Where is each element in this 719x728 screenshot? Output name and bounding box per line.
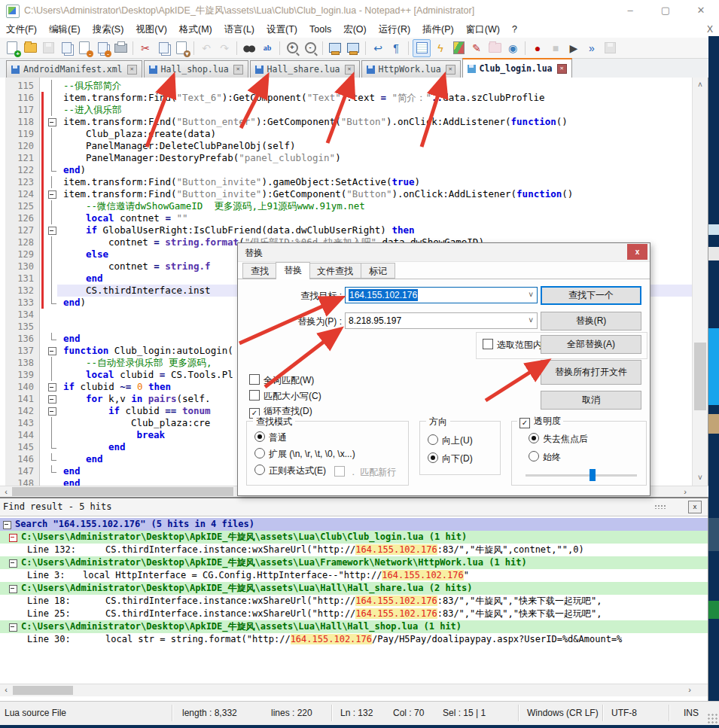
menu-7[interactable]: 设置(T): [260, 21, 303, 38]
save-macro-icon[interactable]: [602, 40, 618, 56]
menu-8[interactable]: Tools: [303, 22, 337, 37]
result-hit-row[interactable]: Line 30:local str = string.format("http:…: [0, 633, 708, 646]
playback-multi-icon[interactable]: »: [583, 40, 600, 56]
close-document-icon[interactable]: -: [76, 40, 93, 56]
function-list-icon[interactable]: ϟ: [432, 40, 449, 56]
tab-close-icon[interactable]: ✕: [345, 65, 355, 75]
cut-icon[interactable]: ✂: [137, 40, 154, 56]
fold-collapse-icon[interactable]: [47, 393, 57, 405]
scroll-down-arrow[interactable]: ˅: [693, 472, 708, 484]
find-next-button[interactable]: 查找下一个: [541, 286, 641, 305]
chevron-down-icon[interactable]: ˅: [529, 288, 533, 303]
document-close-x[interactable]: X: [704, 23, 716, 36]
result-file-row[interactable]: C:\Users\Administrator\Desktop\ApkIDE_牛旋…: [0, 620, 708, 633]
mode-normal-radio[interactable]: 普通: [254, 431, 287, 443]
fold-collapse-icon[interactable]: [47, 188, 57, 200]
menu-5[interactable]: 格式(M): [173, 21, 218, 38]
view-eye-icon[interactable]: ◉: [504, 40, 521, 56]
menu-13[interactable]: ?: [506, 22, 523, 37]
scroll-left-arrow[interactable]: ‹: [0, 684, 12, 695]
tab-close-icon[interactable]: ✕: [233, 65, 243, 75]
resize-grip-icon[interactable]: [707, 713, 717, 723]
results-scroll-thumb[interactable]: [13, 686, 73, 695]
close-button[interactable]: ✕: [684, 0, 717, 21]
result-hit-row[interactable]: Line 3:local HttpInterface = CG.Config.H…: [0, 569, 708, 582]
save-all-icon[interactable]: [58, 40, 75, 56]
show-symbols-icon[interactable]: ¶: [388, 40, 404, 56]
find-icon[interactable]: [241, 40, 257, 56]
editor-vertical-scrollbar[interactable]: ˄ ˅: [692, 78, 708, 486]
scroll-right-arrow[interactable]: ›: [679, 486, 691, 497]
play-macro-icon[interactable]: ▶: [565, 40, 582, 56]
tab-replace[interactable]: 替换: [276, 262, 310, 279]
menu-2[interactable]: 编辑(E): [43, 21, 87, 38]
menu-6[interactable]: 语言(L): [218, 21, 260, 38]
tab-hall_share-lua[interactable]: Hall_share.lua✕: [250, 60, 360, 78]
tab-club_login-lua[interactable]: Club_login.lua✕: [462, 58, 572, 78]
tab-close-icon[interactable]: ✕: [446, 65, 455, 75]
tab-find[interactable]: 查找: [242, 263, 277, 279]
whole-word-checkbox[interactable]: 全词匹配(W): [249, 374, 314, 385]
replace-with-input[interactable]: 8.218.95.197 ˅: [345, 312, 538, 329]
fold-collapse-icon[interactable]: [47, 381, 57, 393]
redo-icon[interactable]: ↷: [216, 40, 233, 56]
tab-close-icon[interactable]: ✕: [557, 64, 567, 74]
horizontal-scroll-thumb[interactable]: [12, 487, 233, 496]
print-icon[interactable]: [112, 40, 129, 56]
result-hit-row[interactable]: Line 132:CS.thirdInterface.instance:wxSh…: [0, 544, 708, 556]
tab-mark[interactable]: 标记: [361, 263, 395, 279]
zoom-out-icon[interactable]: -: [302, 40, 318, 56]
save-icon[interactable]: [40, 40, 56, 56]
vertical-scroll-thumb[interactable]: [694, 343, 706, 410]
transparency-slider[interactable]: [526, 474, 637, 477]
menu-3[interactable]: 搜索(S): [87, 21, 130, 38]
replace-all-open-files-button[interactable]: 替换所有打开文件: [541, 360, 641, 385]
result-file-row[interactable]: C:\Users\Administrator\Desktop\ApkIDE_牛旋…: [0, 582, 708, 595]
menu-10[interactable]: 运行(R): [373, 21, 416, 38]
in-selection-checkbox[interactable]: 选取范围内: [483, 339, 542, 350]
result-file-row[interactable]: C:\Users\Administrator\Desktop\ApkIDE_牛旋…: [0, 556, 708, 569]
replace-icon[interactable]: ab: [259, 40, 276, 56]
panel-grip-icon[interactable]: [654, 504, 666, 509]
copy-icon[interactable]: [155, 40, 172, 56]
dialog-title-bar[interactable]: 替换 x: [238, 243, 650, 262]
cancel-button[interactable]: 取消: [541, 391, 641, 410]
tab-close-icon[interactable]: ✕: [127, 65, 137, 75]
scroll-left-arrow[interactable]: ‹: [0, 486, 12, 497]
mode-extended-radio[interactable]: 扩展 (\n, \r, \t, \0, \x...): [254, 448, 355, 459]
menu-12[interactable]: 窗口(W): [460, 21, 506, 38]
mode-regex-radio[interactable]: 正则表达式(E): [254, 465, 326, 476]
minimize-button[interactable]: –: [614, 0, 647, 21]
scroll-up-arrow[interactable]: ˄: [693, 79, 708, 91]
direction-down-radio[interactable]: 向下(D): [428, 452, 473, 464]
result-search-row[interactable]: Search "164.155.102.176" (5 hits in 4 fi…: [0, 518, 708, 531]
fold-collapse-icon[interactable]: [47, 116, 57, 128]
record-macro-icon[interactable]: ●: [529, 40, 546, 56]
transparency-checkbox[interactable]: ✓透明度: [517, 416, 563, 428]
on-losing-focus-radio[interactable]: 失去焦点后: [529, 433, 588, 444]
menu-4[interactable]: 视图(V): [129, 21, 173, 38]
tab-find-in-files[interactable]: 文件查找: [309, 263, 361, 279]
direction-up-radio[interactable]: 向上(U): [428, 434, 473, 446]
match-case-checkbox[interactable]: 匹配大小写(C): [249, 390, 321, 401]
undo-icon[interactable]: ↶: [198, 40, 215, 56]
stop-macro-icon[interactable]: ■: [547, 40, 564, 56]
tab-hall_shop-lua[interactable]: Hall_shop.lua✕: [144, 60, 248, 78]
close-all-icon[interactable]: -: [94, 40, 111, 56]
dialog-close-button[interactable]: x: [627, 244, 647, 260]
maximize-button[interactable]: ▢: [649, 0, 682, 21]
fold-collapse-icon[interactable]: [47, 345, 57, 357]
tab-androidmanifest-xml[interactable]: AndroidManifest.xml✕: [6, 60, 142, 78]
sync-horizontal-icon[interactable]: [345, 40, 361, 56]
transparency-slider-thumb[interactable]: [590, 469, 596, 481]
fold-collapse-icon[interactable]: [47, 405, 57, 417]
word-wrap-icon[interactable]: ↩: [370, 40, 386, 56]
result-file-row[interactable]: C:\Users\Administrator\Desktop\ApkIDE_牛旋…: [0, 531, 708, 544]
find-what-input[interactable]: 164.155.102.176 ˅: [345, 287, 538, 303]
find-results-header[interactable]: Find result - 5 hits x: [0, 498, 708, 516]
scroll-right-arrow[interactable]: ›: [684, 684, 696, 695]
menu-9[interactable]: 宏(O): [337, 21, 373, 38]
menu-1[interactable]: 文件(F): [0, 21, 43, 38]
replace-button[interactable]: 替换(R): [541, 312, 641, 330]
find-results-close-button[interactable]: x: [688, 501, 702, 513]
